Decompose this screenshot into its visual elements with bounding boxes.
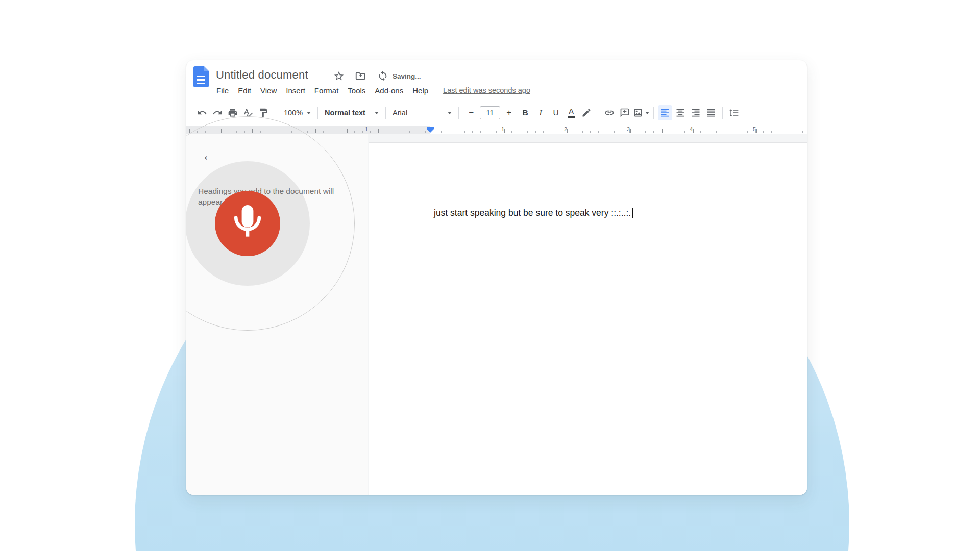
zoom-dropdown[interactable]: 100% bbox=[281, 105, 314, 120]
line-spacing-icon bbox=[729, 108, 739, 118]
toolbar-separator bbox=[385, 107, 386, 119]
chevron-down-icon bbox=[448, 112, 452, 114]
toolbar-separator bbox=[653, 107, 654, 119]
insert-comment-button[interactable] bbox=[618, 105, 632, 120]
text-color-icon: A bbox=[568, 108, 575, 118]
align-center-icon bbox=[675, 108, 685, 118]
undo-icon bbox=[197, 108, 207, 118]
font-size-input[interactable]: 11 bbox=[480, 106, 500, 119]
align-center-button[interactable] bbox=[673, 105, 688, 120]
last-edit-link[interactable]: Last edit was seconds ago bbox=[443, 86, 530, 94]
google-docs-window: Untitled document Saving... File Edit Vi… bbox=[186, 60, 807, 495]
chevron-down-icon bbox=[375, 112, 379, 114]
sync-icon bbox=[377, 70, 388, 82]
toolbar-separator bbox=[317, 107, 318, 119]
ruler-number: 2 bbox=[564, 126, 567, 132]
toolbar-separator bbox=[722, 107, 723, 119]
docs-logo-fold bbox=[204, 66, 209, 71]
line-spacing-button[interactable] bbox=[727, 105, 741, 120]
ruler-number: 4 bbox=[690, 126, 693, 132]
text-color-button[interactable]: A bbox=[564, 105, 578, 120]
ruler-number: 3 bbox=[627, 126, 630, 132]
undo-button[interactable] bbox=[195, 105, 209, 120]
menu-view[interactable]: View bbox=[256, 85, 281, 96]
menu-tools[interactable]: Tools bbox=[343, 85, 370, 96]
font-dropdown[interactable]: Arial bbox=[389, 105, 455, 120]
insert-link-button[interactable] bbox=[602, 105, 617, 120]
document-text[interactable]: just start speaking but be sure to speak… bbox=[434, 208, 633, 218]
menu-addons[interactable]: Add-ons bbox=[370, 85, 408, 96]
toolbar-separator bbox=[458, 107, 459, 119]
star-icon[interactable] bbox=[333, 70, 345, 82]
document-canvas: just start speaking but be sure to speak… bbox=[368, 134, 807, 495]
chevron-down-icon bbox=[307, 112, 311, 114]
underline-button[interactable]: U bbox=[549, 105, 563, 120]
toolbar-separator bbox=[275, 107, 275, 119]
ruler-number: 5 bbox=[753, 126, 756, 132]
italic-button[interactable]: I bbox=[533, 105, 548, 120]
back-arrow-icon[interactable]: ← bbox=[202, 148, 215, 164]
paint-format-icon bbox=[258, 108, 268, 118]
document-title[interactable]: Untitled document bbox=[216, 68, 308, 82]
align-left-icon bbox=[660, 108, 670, 118]
menu-format[interactable]: Format bbox=[310, 85, 344, 96]
justify-button[interactable] bbox=[704, 105, 718, 120]
menu-file[interactable]: File bbox=[212, 85, 233, 96]
insert-image-button[interactable] bbox=[633, 105, 649, 120]
align-right-icon bbox=[691, 108, 701, 118]
toolbar-separator bbox=[598, 107, 598, 119]
paragraph-style-dropdown[interactable]: Normal text bbox=[322, 105, 382, 120]
decrease-font-size-button[interactable]: − bbox=[464, 106, 478, 119]
document-page[interactable]: just start speaking but be sure to speak… bbox=[369, 142, 807, 495]
menu-insert[interactable]: Insert bbox=[281, 85, 310, 96]
menu-help[interactable]: Help bbox=[408, 85, 433, 96]
ruler-number: 1 bbox=[365, 126, 368, 132]
font-size-stepper: − 11 + bbox=[464, 106, 516, 119]
comment-icon bbox=[620, 108, 630, 118]
print-icon bbox=[228, 108, 238, 118]
saving-status: Saving... bbox=[393, 72, 421, 80]
ruler-number: 1 bbox=[501, 126, 504, 132]
align-left-button[interactable] bbox=[658, 105, 672, 120]
menu-edit[interactable]: Edit bbox=[233, 85, 256, 96]
highlight-color-button[interactable] bbox=[579, 105, 594, 120]
link-icon bbox=[604, 108, 615, 118]
menubar: File Edit View Insert Format Tools Add-o… bbox=[212, 84, 530, 97]
voice-mic-button[interactable] bbox=[215, 191, 280, 256]
justify-icon bbox=[706, 108, 716, 118]
indent-marker[interactable] bbox=[427, 127, 434, 133]
align-right-button[interactable] bbox=[689, 105, 703, 120]
desktop-background: Untitled document Saving... File Edit Vi… bbox=[0, 0, 980, 551]
image-icon bbox=[633, 108, 643, 118]
highlight-icon bbox=[581, 108, 592, 118]
bold-button[interactable]: B bbox=[518, 105, 532, 120]
redo-icon bbox=[212, 108, 223, 118]
text-cursor bbox=[632, 208, 633, 218]
google-docs-logo[interactable] bbox=[193, 66, 209, 87]
microphone-icon bbox=[228, 202, 267, 245]
redo-button[interactable] bbox=[210, 105, 225, 120]
move-to-folder-icon[interactable] bbox=[355, 70, 366, 82]
increase-font-size-button[interactable]: + bbox=[502, 106, 516, 119]
chevron-down-icon bbox=[645, 112, 649, 114]
